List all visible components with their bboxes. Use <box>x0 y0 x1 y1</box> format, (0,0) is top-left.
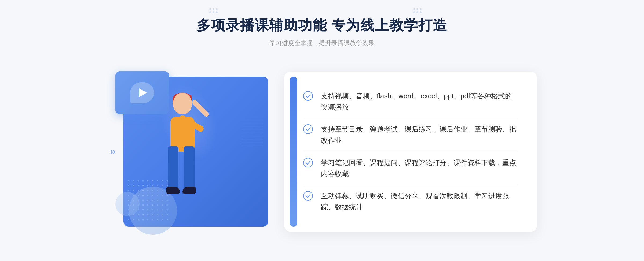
arrow-left: » <box>110 146 115 157</box>
check-icon-1 <box>303 91 313 101</box>
feature-item-2: 支持章节目录、弹题考试、课后练习、课后作业、章节测验、批改作业 <box>303 118 518 152</box>
leg-right <box>184 146 195 189</box>
page-container: 多项录播课辅助功能 专为线上教学打造 学习进度全掌握，提升录播课教学效果 <box>0 0 644 261</box>
shoe-left <box>166 187 180 194</box>
content-section: » <box>107 61 537 243</box>
check-icon-3 <box>303 158 313 167</box>
blue-stripe <box>290 77 297 227</box>
feature-text-1: 支持视频、音频、flash、word、excel、ppt、pdf等各种格式的资源… <box>321 91 518 113</box>
header-decoration-left <box>209 8 218 13</box>
illustration-area: » <box>107 61 290 243</box>
person-illustration <box>140 93 225 237</box>
svg-point-2 <box>303 158 313 167</box>
feature-item-3: 学习笔记回看、课程提问、课程评论打分、课件资料下载，重点内容收藏 <box>303 152 518 185</box>
shoe-right <box>182 187 196 194</box>
person-body <box>140 93 225 237</box>
header-section: 多项录播课辅助功能 专为线上教学打造 学习进度全掌握，提升录播课教学效果 <box>0 16 644 47</box>
svg-point-3 <box>303 191 313 200</box>
leg-left <box>168 146 178 189</box>
header-decoration-right <box>413 8 422 13</box>
page-subtitle: 学习进度全掌握，提升录播课教学效果 <box>270 39 375 47</box>
feature-item-1: 支持视频、音频、flash、word、excel、ppt、pdf等各种格式的资源… <box>303 85 518 118</box>
feature-item-4: 互动弹幕、试听购买、微信分享、观看次数限制、学习进度跟踪、数据统计 <box>303 185 518 218</box>
forearm <box>191 99 210 118</box>
features-panel: 支持视频、音频、flash、word、excel、ppt、pdf等各种格式的资源… <box>284 72 537 232</box>
check-icon-4 <box>303 191 313 201</box>
feature-text-2: 支持章节目录、弹题考试、课后练习、课后作业、章节测验、批改作业 <box>321 124 518 146</box>
stripes-decoration <box>241 114 263 146</box>
title-wrapper: 多项录播课辅助功能 专为线上教学打造 <box>197 16 447 35</box>
feature-text-3: 学习笔记回看、课程提问、课程评论打分、课件资料下载，重点内容收藏 <box>321 157 518 180</box>
svg-point-1 <box>303 125 313 134</box>
head <box>173 93 192 114</box>
feature-text-4: 互动弹幕、试听购买、微信分享、观看次数限制、学习进度跟踪、数据统计 <box>321 191 518 213</box>
check-icon-2 <box>303 124 313 134</box>
svg-point-0 <box>303 91 313 100</box>
page-title: 多项录播课辅助功能 专为线上教学打造 <box>197 16 447 35</box>
